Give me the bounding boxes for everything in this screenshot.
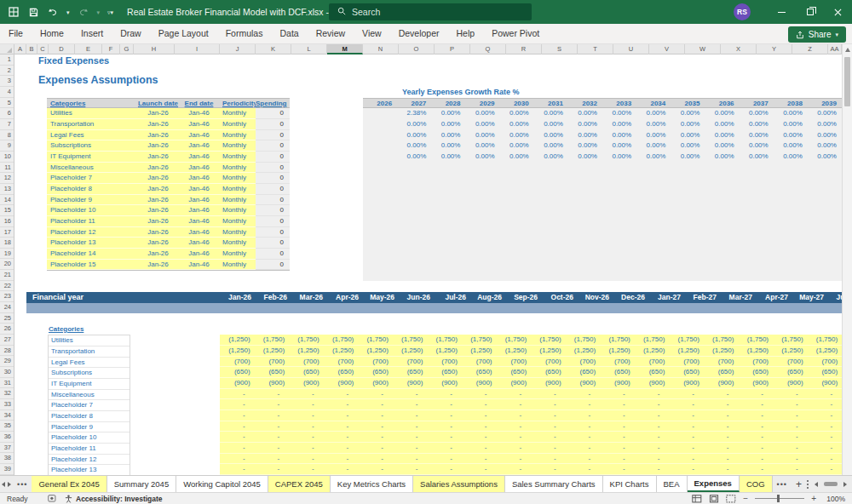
value-cell[interactable]: (700) [808, 357, 842, 367]
row-header-14[interactable]: 14 [0, 195, 14, 206]
vertical-scroll-thumb[interactable] [844, 57, 850, 106]
monthly-categories-label[interactable]: Categories [49, 325, 83, 333]
close-button[interactable] [824, 0, 852, 24]
monthly-category-it-equipment[interactable]: IT Equipment [49, 379, 130, 390]
monthly-category-placeholder-7[interactable]: Placeholder 7 [49, 400, 130, 411]
growth-rate-cell[interactable]: 0.00% [568, 108, 602, 119]
undo-dropdown-icon[interactable]: ▾ [66, 9, 70, 15]
growth-rate-cell[interactable]: 0.00% [671, 140, 705, 152]
growth-rate-cell[interactable]: 0.00% [705, 152, 739, 163]
ribbon-tab-developer[interactable]: Developer [390, 24, 448, 43]
row-header-30[interactable]: 30 [0, 367, 14, 378]
value-cell[interactable]: (1,750) [635, 335, 670, 345]
month-header-aug-26[interactable]: Aug-26 [470, 292, 506, 303]
growth-rate-cell[interactable]: 0.00% [465, 140, 499, 152]
value-cell[interactable]: - [324, 410, 359, 421]
value-cell[interactable]: - [566, 443, 601, 453]
assumption-cell[interactable]: Jan-26 [135, 108, 181, 119]
row-header-22[interactable]: 22 [0, 281, 14, 292]
value-cell[interactable]: - [669, 389, 704, 399]
assumption-cell[interactable]: Monthly [217, 227, 256, 238]
assumption-cell[interactable]: Jan-46 [181, 260, 217, 271]
value-cell[interactable]: (1,250) [600, 346, 635, 356]
assumption-cell[interactable]: Jan-26 [135, 227, 181, 238]
growth-rate-cell[interactable]: 0.00% [602, 152, 636, 163]
assumption-cell[interactable]: Jan-26 [135, 238, 181, 249]
value-cell[interactable]: (1,250) [220, 335, 255, 345]
value-cell[interactable]: - [635, 432, 670, 442]
value-cell[interactable]: (700) [462, 357, 497, 367]
value-cell[interactable]: (1,750) [773, 335, 808, 345]
category-cell[interactable]: Placeholder 11 [47, 216, 135, 227]
accessibility-status[interactable]: Accessibility: Investigate [65, 495, 163, 503]
value-cell[interactable]: - [255, 432, 290, 442]
column-header-m[interactable]: M [327, 44, 363, 54]
ribbon-tab-data[interactable]: Data [271, 24, 307, 43]
value-cell[interactable]: - [289, 454, 324, 464]
growth-rate-cell[interactable]: 0.00% [465, 119, 499, 130]
row-header-32[interactable]: 32 [0, 388, 14, 399]
value-cell[interactable]: (700) [358, 357, 393, 367]
value-cell[interactable]: - [324, 389, 359, 399]
monthly-category-miscellaneous[interactable]: Miscellaneous [49, 390, 130, 401]
monthly-category-transportation[interactable]: Transportation [49, 346, 130, 358]
assumption-cell[interactable]: Monthly [217, 130, 256, 141]
month-header-jan-27[interactable]: Jan-27 [649, 292, 685, 303]
monthly-category-placeholder-11[interactable]: Placeholder 11 [49, 444, 130, 455]
value-cell[interactable]: - [497, 432, 532, 442]
value-cell[interactable]: - [289, 443, 324, 453]
value-cell[interactable]: - [738, 454, 773, 464]
sheet-tab-capex-2045[interactable]: CAPEX 2045 [268, 476, 331, 492]
value-cell[interactable]: - [393, 421, 428, 432]
value-cell[interactable]: (1,250) [220, 346, 255, 356]
month-header-dec-26[interactable]: Dec-26 [613, 292, 649, 303]
value-cell[interactable]: - [531, 454, 566, 464]
value-cell[interactable]: - [427, 421, 462, 432]
value-cell[interactable]: (700) [635, 357, 670, 367]
column-header-a[interactable]: A [14, 44, 26, 54]
vertical-scrollbar[interactable] [842, 44, 852, 475]
growth-rate-cell[interactable]: 0.00% [671, 108, 705, 119]
value-cell[interactable]: (1,250) [669, 346, 704, 356]
growth-rate-cell[interactable]: 0.00% [500, 130, 534, 141]
assumptions-header-end-date[interactable]: End date [181, 99, 217, 108]
assumption-cell[interactable]: Jan-46 [181, 249, 217, 260]
assumption-cell[interactable]: Jan-26 [135, 140, 181, 152]
redo-button[interactable] [78, 6, 89, 18]
value-cell[interactable]: - [220, 443, 255, 453]
month-header-jul-26[interactable]: Jul-26 [435, 292, 470, 303]
value-cell[interactable]: (900) [462, 378, 497, 388]
value-cell[interactable]: - [566, 464, 601, 474]
value-cell[interactable]: - [462, 432, 497, 442]
value-cell[interactable]: - [358, 421, 393, 432]
value-cell[interactable]: - [393, 432, 428, 442]
column-header-u[interactable]: U [613, 44, 649, 54]
ribbon-tab-view[interactable]: View [354, 24, 390, 43]
value-cell[interactable]: (900) [600, 378, 635, 388]
value-cell[interactable]: - [738, 399, 773, 410]
value-cell[interactable]: - [738, 389, 773, 399]
category-cell[interactable]: Miscellaneous [47, 163, 135, 174]
assumptions-header-periodicity[interactable]: Periodicity [217, 99, 256, 108]
category-cell[interactable]: Placeholder 7 [47, 173, 135, 184]
value-cell[interactable]: (650) [566, 367, 601, 377]
value-cell[interactable]: - [427, 432, 462, 442]
scroll-up-button[interactable] [843, 44, 852, 55]
monthly-category-placeholder-13[interactable]: Placeholder 13 [49, 465, 130, 475]
monthly-category-placeholder-10[interactable]: Placeholder 10 [49, 432, 130, 444]
assumption-cell[interactable]: Jan-46 [181, 216, 217, 227]
monthly-category-utilities[interactable]: Utilities [49, 335, 130, 346]
value-cell[interactable]: (650) [220, 367, 255, 377]
growth-rate-cell[interactable]: 0.00% [431, 119, 465, 130]
growth-rate-cell[interactable]: 0.00% [740, 140, 774, 152]
value-cell[interactable]: - [669, 454, 704, 464]
value-cell[interactable]: - [704, 410, 739, 421]
value-cell[interactable]: (1,250) [738, 346, 773, 356]
value-cell[interactable]: - [704, 443, 739, 453]
value-cell[interactable]: - [773, 410, 808, 421]
value-cell[interactable]: - [635, 454, 670, 464]
value-cell[interactable]: - [358, 389, 393, 399]
value-cell[interactable]: - [635, 464, 670, 474]
value-cell[interactable]: - [427, 443, 462, 453]
value-cell[interactable]: - [220, 389, 255, 399]
